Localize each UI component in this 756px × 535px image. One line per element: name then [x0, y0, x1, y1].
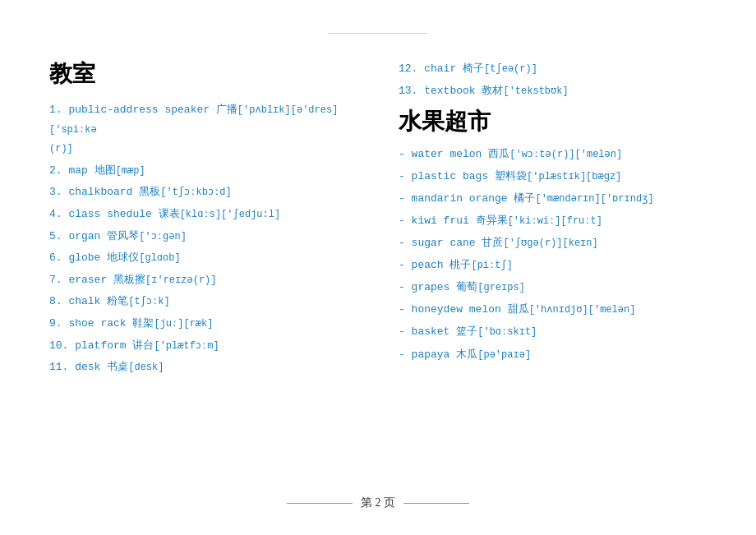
item-phonetic: [juː][ræk] — [154, 318, 213, 330]
fruit-section-title: 水果超市 — [399, 106, 707, 137]
item-chinese: 讲台 — [132, 339, 154, 351]
item-word: kiwi frui — [412, 214, 469, 227]
list-item: 8. chalk 粉笔[tʃɔːk] — [49, 291, 357, 311]
item-word: grapes — [412, 281, 450, 293]
item-chinese: 地球仪 — [107, 251, 139, 263]
item-word: map — [68, 164, 87, 177]
item-phonetic: ['wɔːtə(r)]['melən] — [509, 149, 622, 160]
bottom-line-left — [287, 503, 353, 504]
item-phonetic: ['plæstɪk][bægz] — [527, 171, 621, 182]
item-word: desk — [75, 361, 100, 373]
list-item: - mandarin orange 橘子['mændərɪn]['ɒrɪndʒ] — [399, 188, 707, 209]
item-phonetic: ['tekstbʊk] — [503, 85, 568, 97]
item-word: basket — [412, 325, 450, 338]
list-item: - sugar cane 甘蔗['ʃʊgə(r)][keɪn] — [399, 233, 707, 253]
item-number: 3. — [49, 186, 68, 198]
list-item: 12. chair 椅子[tʃeə(r)] — [399, 58, 707, 79]
item-word: globe — [68, 251, 100, 264]
item-phonetic: [pə'paɪə] — [477, 349, 531, 361]
right-classroom-list: 12. chair 椅子[tʃeə(r)] 13. textbook 教材['t… — [399, 58, 707, 101]
item-phonetic: [tʃɔːk] — [128, 296, 169, 307]
item-dash: - — [399, 237, 412, 249]
item-phonetic: ['mændərɪn]['ɒrɪndʒ] — [535, 193, 653, 205]
item-chinese: 课表 — [159, 207, 180, 219]
list-item: - papaya 木瓜[pə'paɪə] — [399, 344, 707, 365]
item-chinese: 葡萄 — [456, 280, 477, 293]
content-area: 教室 1. public-address speaker 广播['pʌblɪk]… — [49, 58, 707, 379]
item-chinese: 地图 — [94, 164, 116, 176]
list-item: - peach 桃子[piːtʃ] — [399, 255, 707, 275]
item-phonetic: ['ɔːgən] — [139, 231, 187, 242]
bottom-line-right — [403, 503, 469, 504]
item-chinese: 椅子 — [463, 62, 484, 74]
item-number: 1. — [49, 104, 68, 116]
item-dash: - — [399, 259, 412, 271]
item-word: class shedule — [68, 208, 151, 220]
item-dash: - — [399, 192, 412, 205]
item-dash: - — [399, 325, 412, 338]
item-dash: - — [399, 348, 412, 361]
item-word: papaya — [412, 348, 450, 361]
item-number: 7. — [49, 274, 68, 286]
left-vocab-list: 1. public-address speaker 广播['pʌblɪk][ə'… — [49, 99, 357, 377]
item-phonetic: [desk] — [128, 362, 164, 373]
list-item: 2. map 地图[mæp] — [49, 160, 357, 181]
item-phonetic: [tʃeə(r)] — [484, 63, 537, 75]
item-number: 12. — [399, 62, 424, 75]
item-dash: - — [399, 148, 412, 160]
item-phonetic: ['hʌnɪdjʊ]['melən] — [529, 304, 636, 316]
list-item: - honeydew melon 甜瓜['hʌnɪdjʊ]['melən] — [399, 299, 707, 320]
item-number: 6. — [49, 251, 68, 264]
item-number: 11. — [49, 361, 75, 373]
item-word: eraser — [68, 274, 107, 286]
item-phonetic: ['plætfɔːm] — [154, 340, 219, 352]
item-word: honeydew melon — [412, 303, 501, 316]
item-chinese: 桃子 — [449, 258, 471, 270]
item-chinese: 奇异果 — [476, 214, 508, 226]
item-number: 13. — [399, 85, 424, 97]
list-item: - water melon 西瓜['wɔːtə(r)]['melən] — [399, 144, 707, 164]
item-phonetic: ['kiːwiː][fruːt] — [508, 215, 602, 227]
item-chinese: 橘子 — [514, 191, 535, 204]
item-chinese: 塑料袋 — [495, 169, 527, 182]
list-item: 3. chalkboard 黑板['tʃɔːkbɔːd] — [49, 182, 357, 202]
item-phonetic: [klɑːs]['ʃedju:l] — [180, 209, 281, 220]
item-chinese: 教材 — [482, 84, 503, 96]
page-number: 第 2 页 — [361, 496, 395, 510]
list-item: 4. class shedule 课表[klɑːs]['ʃedju:l] — [49, 204, 357, 224]
right-fruit-list: - water melon 西瓜['wɔːtə(r)]['melən] - pl… — [399, 144, 707, 364]
item-number: 4. — [49, 208, 68, 220]
item-number: 2. — [49, 164, 68, 177]
item-phonetic: [mæp] — [116, 165, 145, 177]
list-item: 11. desk 书桌[desk] — [49, 357, 357, 377]
item-chinese: 书桌 — [107, 360, 128, 372]
item-dash: - — [399, 281, 412, 293]
list-item: 6. globe 地球仪[glɑob] — [49, 247, 357, 268]
item-word: organ — [68, 230, 100, 242]
list-item: 1. public-address speaker 广播['pʌblɪk][ə'… — [49, 99, 357, 159]
list-item: 5. organ 管风琴['ɔːgən] — [49, 226, 357, 247]
item-phonetic: [glɑob] — [139, 252, 180, 264]
item-chinese: 木瓜 — [456, 348, 477, 360]
page-container: 教室 1. public-address speaker 广播['pʌblɪk]… — [0, 0, 756, 535]
item-dash: - — [399, 303, 412, 316]
item-phonetic: [greɪps] — [477, 282, 525, 293]
item-phonetic: ['ʃʊgə(r)][keɪn] — [503, 238, 597, 249]
item-word: water melon — [412, 148, 482, 160]
item-word: peach — [412, 259, 444, 271]
right-column: 12. chair 椅子[tʃeə(r)] 13. textbook 教材['t… — [390, 58, 707, 379]
item-chinese: 西瓜 — [488, 147, 509, 159]
item-word: sugar cane — [412, 237, 476, 249]
left-section-title: 教室 — [49, 58, 357, 90]
item-chinese: 黑板 — [139, 185, 160, 197]
item-number: 8. — [49, 295, 68, 307]
item-word: chalkboard — [68, 186, 132, 198]
list-item: - kiwi frui 奇异果['kiːwiː][fruːt] — [399, 210, 707, 231]
item-chinese: 甘蔗 — [482, 236, 503, 248]
item-dash: - — [399, 214, 412, 227]
bottom-page-indicator: 第 2 页 — [0, 496, 756, 510]
list-item: - basket 篮子['bɑːskɪt] — [399, 321, 707, 342]
item-word: textbook — [424, 85, 475, 97]
item-number: 5. — [49, 230, 68, 242]
item-phonetic-cont: (r)] — [49, 143, 73, 155]
